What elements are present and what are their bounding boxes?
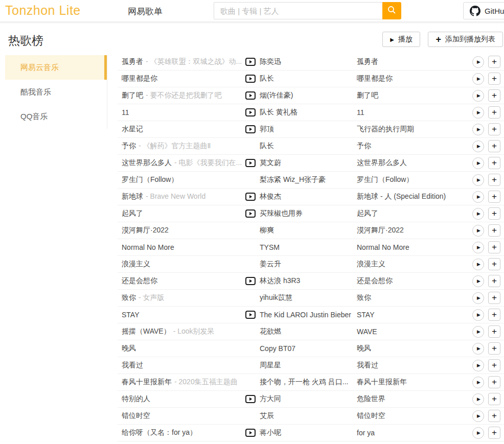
song-name-cell[interactable]: 哪里都是你 <box>118 74 245 83</box>
mv-cell[interactable] <box>245 226 260 235</box>
mv-cell[interactable] <box>245 412 260 420</box>
song-name-cell[interactable]: 给你呀（又名：for ya） <box>118 428 245 437</box>
mv-cell[interactable] <box>245 142 260 150</box>
row-add-button[interactable]: + <box>488 56 500 68</box>
row-play-button[interactable]: ▶ <box>472 73 484 85</box>
song-name-cell[interactable]: STAY <box>118 311 245 319</box>
song-name-cell[interactable]: 孤勇者- 《英雄联盟：双城之战》动... <box>118 57 245 66</box>
row-play-button[interactable]: ▶ <box>472 90 484 102</box>
mv-cell[interactable] <box>245 125 260 133</box>
row-play-button[interactable]: ▶ <box>472 56 484 68</box>
row-play-button[interactable]: ▶ <box>472 377 484 388</box>
song-name-cell[interactable]: 特别的人 <box>118 394 245 404</box>
row-play-button[interactable]: ▶ <box>472 326 484 338</box>
row-play-button[interactable]: ▶ <box>472 360 484 371</box>
play-all-button[interactable]: ▶ 播放 <box>382 32 420 47</box>
song-name-cell[interactable]: 罗生门（Follow） <box>118 175 245 184</box>
row-play-button[interactable]: ▶ <box>472 343 484 355</box>
sidebar-item[interactable]: 酷我音乐 <box>5 80 107 104</box>
row-play-button[interactable]: ▶ <box>472 309 484 321</box>
mv-cell[interactable] <box>245 159 260 167</box>
mv-cell[interactable] <box>245 209 260 218</box>
row-add-button[interactable]: + <box>488 89 500 102</box>
mv-cell[interactable] <box>245 91 260 100</box>
row-add-button[interactable]: + <box>488 410 500 422</box>
mv-cell[interactable] <box>245 378 260 386</box>
mv-cell[interactable] <box>245 277 260 285</box>
song-name-cell[interactable]: 漠河舞厅·2022 <box>118 226 245 235</box>
nav-netease-playlist[interactable]: 网易歌单 <box>128 6 163 17</box>
mv-cell[interactable] <box>245 193 260 201</box>
song-name-cell[interactable]: 浪漫主义 <box>118 260 245 269</box>
mv-cell[interactable] <box>245 344 260 353</box>
row-play-button[interactable]: ▶ <box>472 191 484 203</box>
row-play-button[interactable]: ▶ <box>472 107 484 119</box>
mv-cell[interactable] <box>245 243 260 251</box>
row-play-button[interactable]: ▶ <box>472 242 484 253</box>
mv-cell[interactable] <box>245 311 260 319</box>
row-add-button[interactable]: + <box>488 258 500 270</box>
sidebar-item[interactable]: 网易云音乐 <box>5 55 107 80</box>
row-add-button[interactable]: + <box>488 427 500 439</box>
row-play-button[interactable]: ▶ <box>472 393 484 405</box>
mv-cell[interactable] <box>245 176 260 184</box>
song-name-cell[interactable]: 春风十里报新年- 2020集五福主题曲 <box>118 378 245 387</box>
row-play-button[interactable]: ▶ <box>472 410 484 422</box>
row-add-button[interactable]: + <box>488 191 500 203</box>
row-add-button[interactable]: + <box>488 292 500 304</box>
row-play-button[interactable]: ▶ <box>472 259 484 270</box>
add-to-playlist-button[interactable]: + 添加到播放列表 <box>428 32 503 47</box>
song-name-cell[interactable]: 摇摆（WAVE）- Look别发呆 <box>118 327 245 336</box>
song-name-cell[interactable]: 晚风 <box>118 344 245 353</box>
mv-cell[interactable] <box>245 395 260 403</box>
song-name-cell[interactable]: 这世界那么多人- 电影《我要我们在... <box>118 158 245 168</box>
row-play-button[interactable]: ▶ <box>472 157 484 169</box>
search-input[interactable] <box>214 2 382 19</box>
row-add-button[interactable]: + <box>488 241 500 253</box>
song-name-cell[interactable]: 删了吧- 要不你还是把我删了吧 <box>118 91 245 100</box>
row-add-button[interactable]: + <box>488 309 500 321</box>
song-name-cell[interactable]: 致你- 女声版 <box>118 293 245 302</box>
mv-cell[interactable] <box>245 58 260 66</box>
row-add-button[interactable]: + <box>488 342 500 355</box>
row-add-button[interactable]: + <box>488 106 500 119</box>
row-add-button[interactable]: + <box>488 157 500 169</box>
song-name-cell[interactable]: 还是会想你 <box>118 276 245 286</box>
song-name-cell[interactable]: 错位时空 <box>118 411 245 420</box>
row-play-button[interactable]: ▶ <box>472 124 484 135</box>
row-add-button[interactable]: + <box>488 207 500 220</box>
row-add-button[interactable]: + <box>488 393 500 405</box>
mv-cell[interactable] <box>245 294 260 302</box>
song-name-cell[interactable]: 予你- 《解药》官方主题曲Ⅱ <box>118 142 245 151</box>
row-play-button[interactable]: ▶ <box>472 208 484 220</box>
github-button[interactable]: GitHub <box>463 2 504 19</box>
row-add-button[interactable]: + <box>488 325 500 338</box>
row-add-button[interactable]: + <box>488 376 500 388</box>
row-play-button[interactable]: ▶ <box>472 174 484 186</box>
row-play-button[interactable]: ▶ <box>472 275 484 287</box>
song-name-cell[interactable]: 起风了 <box>118 209 245 218</box>
song-name-cell[interactable]: 11 <box>118 108 245 116</box>
song-name-cell[interactable]: Normal No More <box>118 243 245 251</box>
song-name-cell[interactable]: 水星记 <box>118 125 245 134</box>
row-add-button[interactable]: + <box>488 174 500 186</box>
row-play-button[interactable]: ▶ <box>472 292 484 304</box>
row-add-button[interactable]: + <box>488 140 500 152</box>
row-add-button[interactable]: + <box>488 359 500 371</box>
mv-cell[interactable] <box>245 108 260 116</box>
search-button[interactable] <box>382 2 401 19</box>
song-name-cell[interactable]: 我看过 <box>118 361 245 370</box>
sidebar-item[interactable]: QQ音乐 <box>5 104 107 129</box>
row-play-button[interactable]: ▶ <box>472 141 484 152</box>
row-add-button[interactable]: + <box>488 275 500 287</box>
row-play-button[interactable]: ▶ <box>472 225 484 237</box>
mv-cell[interactable] <box>245 75 260 83</box>
mv-cell[interactable] <box>245 429 260 437</box>
mv-cell[interactable] <box>245 260 260 268</box>
row-add-button[interactable]: + <box>488 224 500 237</box>
row-add-button[interactable]: + <box>488 73 500 85</box>
mv-cell[interactable] <box>245 328 260 336</box>
mv-cell[interactable] <box>245 361 260 369</box>
row-play-button[interactable]: ▶ <box>472 427 484 439</box>
row-add-button[interactable]: + <box>488 123 500 135</box>
